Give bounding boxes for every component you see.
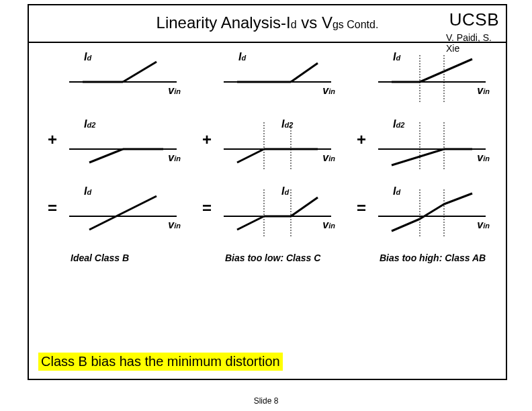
svg-line-19 [237,216,264,230]
xlabel-vin: vin [477,219,490,231]
ylabel-id: Id [393,51,400,63]
xlabel-vin: vin [168,219,181,231]
caption-col1: Ideal Class B [71,253,191,264]
op-plus: + [202,130,212,149]
ylabel-id: Id [393,185,400,197]
plot-c2-id: Id vin [224,55,331,102]
op-eq: = [202,199,212,218]
op-eq: = [48,199,57,218]
xlabel-vin: vin [477,152,490,164]
xlabel-vin: vin [322,85,335,97]
ucsb-logo-text: UCSB [449,9,499,30]
op-plus: + [48,130,57,149]
plot-c3-sum: Id vin [378,189,486,236]
svg-line-7 [89,196,157,230]
xlabel-vin: vin [168,152,181,164]
ylabel-id2: Id2 [281,118,293,130]
ylabel-id2: Id2 [84,118,95,130]
slide-header: Linearity Analysis-Id vs Vgs Contd. UCSB [29,5,506,43]
ylabel-id: Id [84,185,91,197]
plot-c1-sum: Id vin [69,189,177,236]
content-area: + = Id vin Id2 vin [29,43,506,379]
svg-line-4 [89,149,123,163]
axes-icon [224,189,331,236]
xlabel-vin: vin [322,219,335,231]
svg-line-37 [444,193,472,204]
ylabel-id2: Id2 [393,118,404,130]
ylabel-id: Id [238,51,246,63]
svg-line-14 [237,149,264,163]
plot-c3-id2: Id2 vin [378,122,486,169]
plot-c2-sum: Id vin [224,189,331,236]
column-class-ab: + = Id vin Id2 [351,43,499,379]
slide-number: Slide 8 [0,396,532,406]
svg-line-35 [392,219,420,231]
ylabel-id: Id [281,185,289,197]
svg-line-26 [420,59,472,82]
svg-line-10 [291,63,318,82]
slide-frame: Linearity Analysis-Id vs Vgs Contd. UCSB… [28,4,507,380]
xlabel-vin: vin [477,85,490,97]
caption-col2: Bias too low: Class C [225,253,346,264]
caption-col3: Bias too high: Class AB [380,253,500,264]
op-eq: = [357,199,366,218]
plot-c3-id: Id vin [378,55,486,102]
svg-line-2 [123,62,157,82]
plot-c1-id2: Id2 vin [69,122,177,169]
svg-line-21 [291,197,318,216]
title-mid: vs V [297,13,332,32]
title-sub-d: d [291,19,297,30]
xlabel-vin: vin [168,85,181,97]
title-main: Linearity Analysis-I [157,13,291,32]
column-ideal-class-b: + = Id vin Id2 vin [42,43,190,379]
axes-icon [224,122,331,169]
plot-c2-id2: Id2 vin [224,122,331,169]
column-class-c: + = Id vin Id2 [197,43,345,379]
op-plus: + [357,130,366,149]
svg-line-30 [392,149,444,165]
plot-c1-id: Id vin [69,55,177,102]
xlabel-vin: vin [322,152,335,164]
highlight-note: Class B bias has the minimum distortion [38,353,283,371]
slide-title: Linearity Analysis-Id vs Vgs Contd. [29,13,506,32]
ylabel-id: Id [84,51,91,63]
title-sub-gs: gs Contd. [332,19,378,30]
